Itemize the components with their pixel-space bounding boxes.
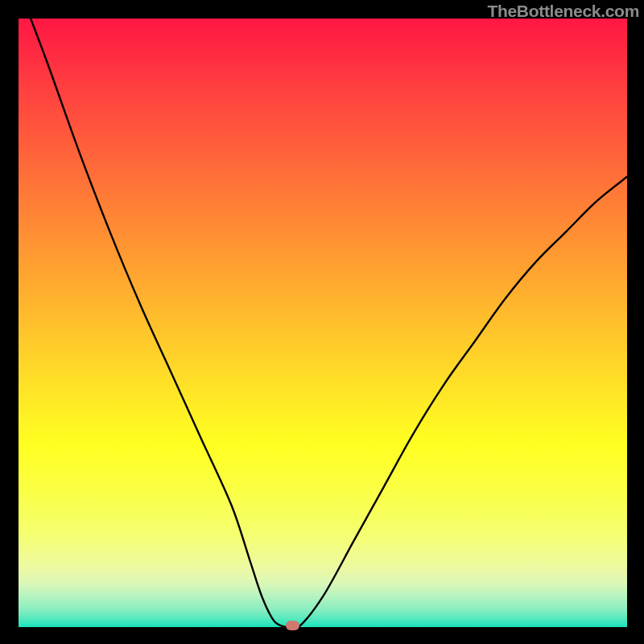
chart-frame: TheBottleneck.com	[0, 0, 644, 644]
bottleneck-curve	[19, 19, 627, 627]
minimum-marker	[286, 621, 299, 630]
plot-area	[19, 19, 627, 627]
watermark-text: TheBottleneck.com	[487, 2, 639, 21]
